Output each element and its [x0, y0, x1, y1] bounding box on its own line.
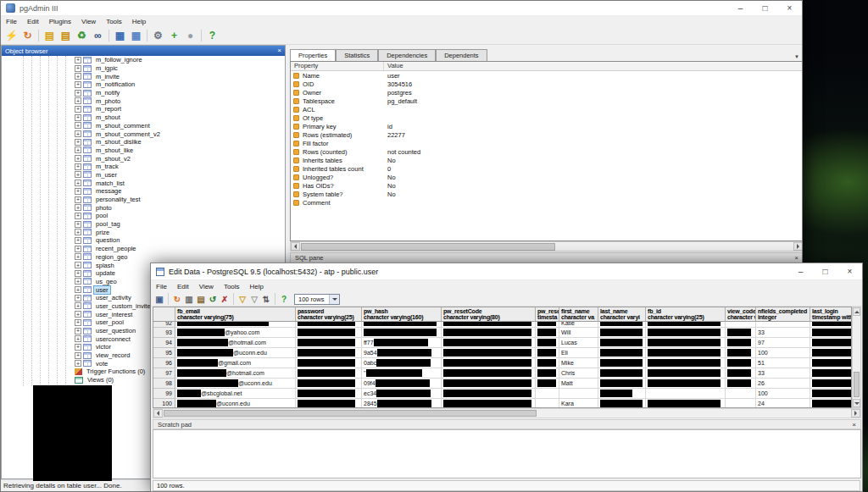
data-cell[interactable] — [362, 322, 442, 328]
expand-icon[interactable]: + — [75, 196, 81, 203]
tree-item-m-user[interactable]: +m_user — [2, 171, 285, 180]
data-cell[interactable] — [726, 322, 756, 328]
refresh-icon[interactable]: ↻ — [171, 293, 183, 305]
row-number[interactable]: 93 — [153, 328, 175, 338]
data-cell[interactable] — [296, 338, 362, 348]
main-minimize-button[interactable]: – — [728, 1, 753, 15]
menu-item-tools[interactable]: Tools — [219, 280, 245, 292]
scroll-right-arrow-icon[interactable] — [851, 409, 860, 417]
editdata-minimize-button[interactable]: – — [788, 263, 813, 279]
vacuum-icon[interactable]: ● — [182, 28, 198, 44]
data-cell[interactable] — [646, 399, 726, 408]
data-cell[interactable] — [726, 399, 756, 408]
data-cell[interactable] — [646, 368, 726, 379]
row-number[interactable]: 92 — [153, 322, 175, 328]
undo-icon[interactable]: ↺ — [207, 293, 219, 305]
data-cell[interactable] — [598, 399, 646, 408]
expand-icon[interactable]: + — [75, 130, 81, 137]
data-cell[interactable]: 97 — [756, 338, 810, 348]
row-number[interactable]: 100 — [153, 399, 175, 408]
tree-item-m-notification[interactable]: +m_notification — [2, 80, 285, 89]
menu-item-tools[interactable]: Tools — [101, 16, 127, 27]
data-cell[interactable] — [442, 328, 536, 338]
expand-icon[interactable]: + — [75, 90, 81, 97]
menu-item-view[interactable]: View — [194, 280, 219, 292]
data-cell[interactable] — [810, 328, 852, 338]
data-cell[interactable]: @gmail.com — [175, 358, 296, 368]
data-cell[interactable] — [646, 348, 726, 358]
column-header-pw-resetcode[interactable]: pw_resetCodecharacter varying(80) — [442, 307, 536, 322]
data-cell[interactable] — [810, 389, 852, 399]
expand-icon[interactable]: + — [75, 146, 81, 153]
data-cell[interactable]: @uconn.edu — [175, 399, 296, 408]
expand-icon[interactable]: + — [75, 295, 81, 301]
data-cell[interactable]: 2845 — [362, 399, 442, 408]
help-icon[interactable]: ? — [204, 28, 220, 44]
expand-icon[interactable]: + — [75, 352, 81, 359]
data-cell[interactable] — [559, 389, 598, 399]
properties-icon[interactable]: ▤ — [42, 28, 58, 44]
help-icon[interactable]: ? — [278, 293, 290, 305]
expand-icon[interactable]: + — [75, 204, 81, 211]
data-cell[interactable] — [442, 348, 536, 358]
expand-icon[interactable]: + — [75, 57, 81, 64]
data-cell[interactable] — [442, 368, 536, 379]
data-cell[interactable]: @hotmail.com — [175, 338, 296, 348]
expand-icon[interactable]: + — [75, 73, 81, 80]
data-cell[interactable] — [598, 368, 646, 379]
scroll-down-arrow-icon[interactable] — [853, 399, 860, 407]
data-cell[interactable]: ff77 — [362, 338, 442, 348]
data-cell[interactable] — [726, 358, 756, 368]
expand-icon[interactable]: + — [75, 213, 81, 219]
filter-view-icon[interactable]: ▦ — [128, 28, 144, 44]
data-cell[interactable] — [296, 358, 362, 368]
expand-icon[interactable]: + — [75, 139, 81, 146]
expand-icon[interactable]: + — [75, 253, 81, 260]
tree-item-m-shout-comment-v2[interactable]: +m_shout_comment_v2 — [2, 130, 285, 138]
editdata-maximize-button[interactable]: □ — [813, 263, 837, 279]
expand-icon[interactable]: + — [75, 221, 81, 228]
scrollbar-thumb[interactable] — [301, 243, 555, 251]
row-number[interactable]: 96 — [153, 358, 175, 368]
data-cell[interactable] — [756, 322, 810, 328]
scroll-left-arrow-icon[interactable] — [153, 409, 163, 417]
expand-icon[interactable]: + — [75, 171, 81, 178]
scrollbar-thumb[interactable] — [164, 410, 537, 417]
row-limit-combobox[interactable]: 100 rows — [294, 294, 340, 305]
expand-icon[interactable]: + — [75, 81, 81, 88]
tree-item-message[interactable]: +message — [2, 187, 285, 196]
data-cell[interactable]: Kara — [559, 399, 598, 408]
data-cell[interactable] — [296, 328, 362, 338]
column-header-pw-rese[interactable]: pw_resetimesta — [536, 307, 559, 322]
data-cell[interactable] — [536, 348, 559, 358]
search-icon[interactable]: ∞ — [90, 28, 106, 44]
main-close-button[interactable]: × — [777, 1, 802, 15]
query-tool-icon[interactable]: ⚙ — [150, 28, 166, 44]
expand-icon[interactable]: + — [75, 262, 81, 268]
data-cell[interactable]: 26 — [756, 379, 810, 389]
add-icon[interactable]: + — [166, 28, 182, 44]
expand-icon[interactable]: + — [75, 65, 81, 72]
data-cell[interactable] — [536, 322, 559, 328]
tree-item-m-invite[interactable]: +m_invite — [2, 72, 285, 80]
expand-icon[interactable]: + — [75, 229, 81, 235]
column-header-first-name[interactable]: first_namecharacter va — [559, 307, 598, 322]
connect-icon[interactable]: ⚡ — [3, 28, 19, 44]
data-cell[interactable] — [810, 348, 852, 358]
row-number[interactable]: 99 — [153, 389, 175, 399]
scroll-left-arrow-icon[interactable] — [291, 242, 300, 251]
data-cell[interactable]: Chris — [559, 368, 598, 379]
tree-item-m-notify[interactable]: +m_notify — [2, 89, 285, 97]
data-cell[interactable] — [536, 389, 559, 399]
data-cell[interactable]: Eli — [559, 348, 598, 358]
data-cell[interactable] — [598, 328, 646, 338]
column-header-view-code[interactable]: view_codecharacter var — [726, 307, 756, 322]
menu-item-help[interactable]: Help — [245, 280, 269, 292]
tree-item-question[interactable]: +question — [2, 236, 285, 245]
tree-item-m-shout-dislike[interactable]: +m_shout_dislike — [2, 138, 285, 146]
data-cell[interactable]: Katie — [559, 322, 598, 328]
data-cell[interactable] — [810, 338, 852, 348]
data-cell[interactable]: @yahoo.com — [175, 328, 296, 338]
data-cell[interactable]: 0abc — [362, 358, 442, 368]
data-cell[interactable] — [598, 389, 646, 399]
